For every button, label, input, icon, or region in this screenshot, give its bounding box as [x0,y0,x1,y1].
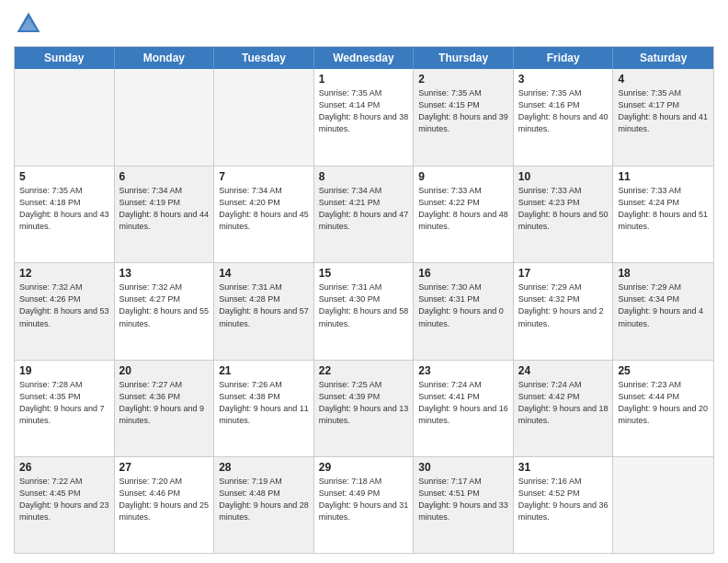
day-info: Sunrise: 7:16 AM Sunset: 4:52 PM Dayligh… [518,476,609,523]
day-info: Sunrise: 7:26 AM Sunset: 4:38 PM Dayligh… [219,379,309,427]
calendar-cell: 28Sunrise: 7:19 AM Sunset: 4:48 PM Dayli… [214,457,314,553]
calendar-body: 1Sunrise: 7:35 AM Sunset: 4:14 PM Daylig… [15,69,713,553]
day-info: Sunrise: 7:28 AM Sunset: 4:35 PM Dayligh… [19,379,109,427]
calendar-cell: 23Sunrise: 7:24 AM Sunset: 4:41 PM Dayli… [414,361,514,456]
day-info: Sunrise: 7:20 AM Sunset: 4:46 PM Dayligh… [119,476,210,523]
calendar-cell: 2Sunrise: 7:35 AM Sunset: 4:15 PM Daylig… [414,69,514,166]
logo [14,9,47,39]
day-number: 23 [418,364,508,377]
day-info: Sunrise: 7:33 AM Sunset: 4:23 PM Dayligh… [518,185,609,233]
day-number: 24 [518,364,609,377]
day-number: 6 [119,170,210,183]
day-number: 13 [119,267,210,280]
day-info: Sunrise: 7:29 AM Sunset: 4:32 PM Dayligh… [518,282,609,329]
day-info: Sunrise: 7:34 AM Sunset: 4:21 PM Dayligh… [319,185,409,233]
day-number: 2 [418,73,508,86]
calendar-row-2: 12Sunrise: 7:32 AM Sunset: 4:26 PM Dayli… [15,262,713,359]
calendar-cell: 8Sunrise: 7:34 AM Sunset: 4:21 PM Daylig… [314,167,415,262]
calendar-cell: 31Sunrise: 7:16 AM Sunset: 4:52 PM Dayli… [514,457,614,553]
day-info: Sunrise: 7:34 AM Sunset: 4:20 PM Dayligh… [219,185,309,233]
calendar-cell: 15Sunrise: 7:31 AM Sunset: 4:30 PM Dayli… [314,263,415,359]
day-info: Sunrise: 7:33 AM Sunset: 4:24 PM Dayligh… [618,185,709,233]
day-info: Sunrise: 7:35 AM Sunset: 4:17 PM Dayligh… [618,87,709,135]
calendar-cell: 18Sunrise: 7:29 AM Sunset: 4:34 PM Dayli… [613,263,713,359]
day-number: 3 [518,73,609,86]
day-info: Sunrise: 7:25 AM Sunset: 4:39 PM Dayligh… [319,379,409,427]
calendar-cell: 10Sunrise: 7:33 AM Sunset: 4:23 PM Dayli… [514,167,614,262]
day-info: Sunrise: 7:18 AM Sunset: 4:49 PM Dayligh… [319,476,409,523]
calendar-cell: 17Sunrise: 7:29 AM Sunset: 4:32 PM Dayli… [514,263,614,359]
calendar-cell: 7Sunrise: 7:34 AM Sunset: 4:20 PM Daylig… [214,167,314,262]
calendar: SundayMondayTuesdayWednesdayThursdayFrid… [14,46,714,554]
calendar-cell: 26Sunrise: 7:22 AM Sunset: 4:45 PM Dayli… [15,457,115,553]
day-number: 5 [19,170,109,183]
day-number: 7 [219,170,309,183]
day-info: Sunrise: 7:31 AM Sunset: 4:30 PM Dayligh… [319,282,409,329]
calendar-cell: 22Sunrise: 7:25 AM Sunset: 4:39 PM Dayli… [314,361,415,456]
day-info: Sunrise: 7:29 AM Sunset: 4:34 PM Dayligh… [618,282,709,329]
calendar-cell [214,69,314,166]
day-info: Sunrise: 7:35 AM Sunset: 4:16 PM Dayligh… [518,87,609,135]
day-info: Sunrise: 7:24 AM Sunset: 4:41 PM Dayligh… [418,379,508,427]
calendar-cell: 3Sunrise: 7:35 AM Sunset: 4:16 PM Daylig… [514,69,614,166]
page: SundayMondayTuesdayWednesdayThursdayFrid… [0,0,728,563]
calendar-cell: 29Sunrise: 7:18 AM Sunset: 4:49 PM Dayli… [314,457,415,553]
day-info: Sunrise: 7:22 AM Sunset: 4:45 PM Dayligh… [19,476,109,523]
day-info: Sunrise: 7:27 AM Sunset: 4:36 PM Dayligh… [119,379,210,427]
calendar-cell: 16Sunrise: 7:30 AM Sunset: 4:31 PM Dayli… [414,263,514,359]
calendar-cell: 4Sunrise: 7:35 AM Sunset: 4:17 PM Daylig… [613,69,713,166]
calendar-header: SundayMondayTuesdayWednesdayThursdayFrid… [15,47,713,69]
day-info: Sunrise: 7:34 AM Sunset: 4:19 PM Dayligh… [119,185,210,233]
day-info: Sunrise: 7:30 AM Sunset: 4:31 PM Dayligh… [418,282,508,329]
day-info: Sunrise: 7:24 AM Sunset: 4:42 PM Dayligh… [518,379,609,427]
day-number: 18 [618,267,709,280]
header-day-thursday: Thursday [414,47,514,69]
header-day-monday: Monday [115,47,215,69]
calendar-cell: 30Sunrise: 7:17 AM Sunset: 4:51 PM Dayli… [414,457,514,553]
calendar-cell [613,457,713,553]
day-number: 14 [219,267,309,280]
day-info: Sunrise: 7:35 AM Sunset: 4:18 PM Dayligh… [19,185,109,233]
calendar-row-1: 5Sunrise: 7:35 AM Sunset: 4:18 PM Daylig… [15,166,713,262]
calendar-cell: 20Sunrise: 7:27 AM Sunset: 4:36 PM Dayli… [115,361,215,456]
calendar-cell [115,69,215,166]
calendar-cell: 21Sunrise: 7:26 AM Sunset: 4:38 PM Dayli… [214,361,314,456]
header-day-wednesday: Wednesday [314,47,415,69]
calendar-cell: 25Sunrise: 7:23 AM Sunset: 4:44 PM Dayli… [613,361,713,456]
day-number: 15 [319,267,409,280]
day-info: Sunrise: 7:35 AM Sunset: 4:15 PM Dayligh… [418,87,508,135]
calendar-cell: 9Sunrise: 7:33 AM Sunset: 4:22 PM Daylig… [414,167,514,262]
day-info: Sunrise: 7:23 AM Sunset: 4:44 PM Dayligh… [618,379,709,427]
day-info: Sunrise: 7:35 AM Sunset: 4:14 PM Dayligh… [319,87,409,135]
calendar-row-0: 1Sunrise: 7:35 AM Sunset: 4:14 PM Daylig… [15,69,713,166]
day-number: 20 [119,364,210,377]
day-number: 22 [319,364,409,377]
header-day-tuesday: Tuesday [214,47,314,69]
day-number: 11 [618,170,709,183]
day-number: 29 [319,461,409,474]
day-info: Sunrise: 7:31 AM Sunset: 4:28 PM Dayligh… [219,282,309,329]
day-number: 19 [19,364,109,377]
calendar-cell: 24Sunrise: 7:24 AM Sunset: 4:42 PM Dayli… [514,361,614,456]
calendar-cell: 6Sunrise: 7:34 AM Sunset: 4:19 PM Daylig… [115,167,215,262]
day-number: 26 [19,461,109,474]
calendar-row-4: 26Sunrise: 7:22 AM Sunset: 4:45 PM Dayli… [15,456,713,553]
header-day-friday: Friday [514,47,614,69]
day-number: 1 [319,73,409,86]
day-number: 28 [219,461,309,474]
day-number: 25 [618,364,709,377]
logo-icon [14,9,43,39]
day-info: Sunrise: 7:19 AM Sunset: 4:48 PM Dayligh… [219,476,309,523]
day-number: 9 [418,170,508,183]
day-number: 4 [618,73,709,86]
day-info: Sunrise: 7:17 AM Sunset: 4:51 PM Dayligh… [418,476,508,523]
day-number: 10 [518,170,609,183]
calendar-cell: 14Sunrise: 7:31 AM Sunset: 4:28 PM Dayli… [214,263,314,359]
calendar-cell: 12Sunrise: 7:32 AM Sunset: 4:26 PM Dayli… [15,263,115,359]
day-info: Sunrise: 7:33 AM Sunset: 4:22 PM Dayligh… [418,185,508,233]
calendar-cell: 5Sunrise: 7:35 AM Sunset: 4:18 PM Daylig… [15,167,115,262]
day-number: 16 [418,267,508,280]
calendar-cell: 19Sunrise: 7:28 AM Sunset: 4:35 PM Dayli… [15,361,115,456]
day-number: 27 [119,461,210,474]
header [14,9,714,39]
